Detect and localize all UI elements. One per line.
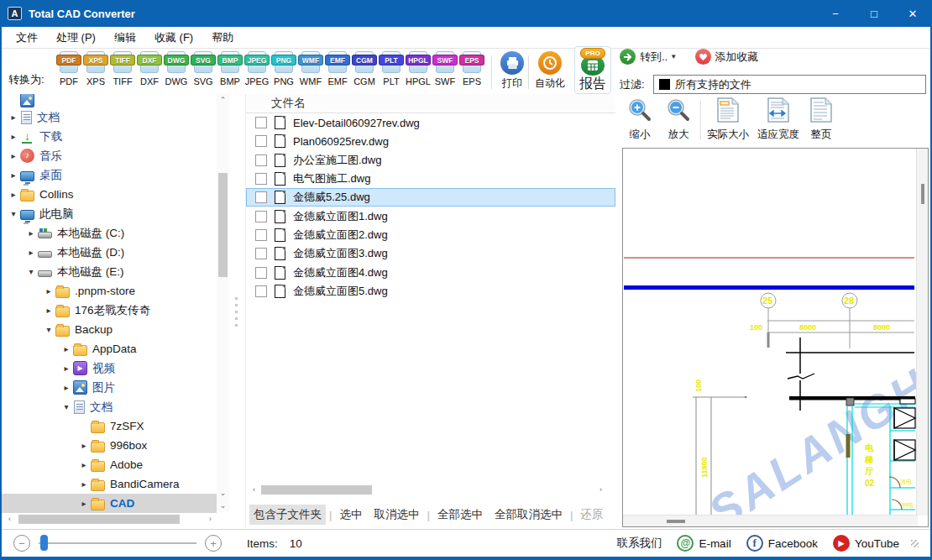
tree-item-Collins[interactable]: ▸Collins xyxy=(2,185,217,204)
format-button-emf[interactable]: EMFEMF xyxy=(324,50,351,86)
tree-vertical-scrollbar[interactable]: ⌃ ⌄ ⌄ xyxy=(217,94,229,512)
tree-item-partial[interactable] xyxy=(2,94,217,107)
tree-item-.pnpm-store[interactable]: ▸.pnpm-store xyxy=(2,281,217,301)
file-checkbox[interactable] xyxy=(255,248,267,259)
expander-icon[interactable]: ▸ xyxy=(44,306,54,315)
menu-favorites[interactable]: 收藏 (F) xyxy=(145,30,202,45)
tree-item-图片[interactable]: ▸图片 xyxy=(2,378,217,397)
zoom-out-button[interactable]: 缩小 xyxy=(626,97,653,142)
tree-item-AppData[interactable]: ▸AppData xyxy=(2,339,217,359)
file-row[interactable]: Plan060925rev.dwg xyxy=(246,132,615,150)
slider-thumb[interactable] xyxy=(40,535,48,551)
file-row[interactable]: Elev-Detail060927rev.dwg xyxy=(246,113,615,132)
expander-icon[interactable]: ▸ xyxy=(26,248,36,257)
expander-icon[interactable]: ▸ xyxy=(61,383,71,392)
expander-icon[interactable]: ▸ xyxy=(8,170,18,180)
footer-button-1[interactable]: 包含子文件夹 xyxy=(249,505,326,525)
format-button-cgm[interactable]: CGMCGM xyxy=(351,50,378,86)
expander-icon[interactable]: ▸ xyxy=(8,151,18,160)
expander-icon[interactable]: ▸ xyxy=(61,364,71,373)
panel-splitter[interactable] xyxy=(230,94,243,527)
menu-file[interactable]: 文件 xyxy=(7,30,47,45)
minimize-button[interactable]: − xyxy=(816,0,855,27)
format-button-dwg[interactable]: DWGDWG xyxy=(163,50,190,86)
resize-grip[interactable] xyxy=(911,540,919,547)
facebook-link[interactable]: f Facebook xyxy=(746,535,818,552)
tree-item-本地磁盘 (C:)[interactable]: ▸本地磁盘 (C:) xyxy=(2,223,217,243)
file-row[interactable]: 金德威5.25.dwg xyxy=(246,188,615,207)
expander-icon[interactable]: ▸ xyxy=(8,132,18,141)
goto-button[interactable]: 转到.. ▼ xyxy=(620,49,677,65)
expander-icon[interactable]: ▸ xyxy=(8,190,18,199)
expander-open-icon[interactable]: ▾ xyxy=(44,325,54,334)
preview-vertical-scrollbar[interactable] xyxy=(916,149,928,516)
file-list-horizontal-scrollbar[interactable]: ‹ › xyxy=(248,484,610,496)
tree-item-下载[interactable]: ▸↓下载 xyxy=(2,127,217,146)
tree-horizontal-scrollbar[interactable]: ‹ › xyxy=(3,513,217,526)
footer-button-4[interactable]: 全部选中 xyxy=(433,505,487,525)
format-button-tiff[interactable]: TIFFTIFF xyxy=(109,50,136,86)
expander-icon[interactable]: ▸ xyxy=(26,228,36,238)
file-checkbox[interactable] xyxy=(255,211,267,222)
file-row[interactable]: 金德威立面图3.dwg xyxy=(246,244,615,263)
expander-icon[interactable]: ▸ xyxy=(79,479,89,489)
format-button-hpgl[interactable]: HPGLHPGL xyxy=(405,50,432,86)
automate-button[interactable]: 自动化 xyxy=(531,51,569,91)
tree-item-此电脑[interactable]: ▾此电脑 xyxy=(2,204,217,223)
format-button-png[interactable]: PNGPNG xyxy=(270,50,297,86)
add-favorite-button[interactable]: 添加收藏 xyxy=(695,49,758,65)
thumbnail-zoom-out-button[interactable]: − xyxy=(13,535,30,552)
thumbnail-size-slider[interactable] xyxy=(39,542,196,544)
format-button-svg[interactable]: SVGSVG xyxy=(190,50,217,86)
tree-item-文档[interactable]: ▸文档 xyxy=(2,107,217,127)
expander-open-icon[interactable]: ▾ xyxy=(8,209,18,218)
file-checkbox[interactable] xyxy=(255,267,267,279)
expander-open-icon[interactable]: ▾ xyxy=(61,402,71,411)
file-checkbox[interactable] xyxy=(255,117,267,128)
footer-button-3[interactable]: 取消选中 xyxy=(370,505,424,525)
format-button-xps[interactable]: XPSXPS xyxy=(82,50,109,86)
whole-page-button[interactable]: 整页 xyxy=(806,97,836,142)
report-button[interactable]: PRO 报告 xyxy=(574,46,611,94)
email-link[interactable]: @ E-mail xyxy=(677,535,730,552)
file-row[interactable]: 金德威立面图5.dwg xyxy=(246,282,615,301)
file-row[interactable]: 电气图施工.dwg xyxy=(246,170,615,188)
file-checkbox[interactable] xyxy=(255,191,267,203)
tree-item-CAD[interactable]: ▸CAD xyxy=(2,494,217,513)
tree-item-本地磁盘 (D:)[interactable]: ▸本地磁盘 (D:) xyxy=(2,243,217,262)
format-button-swf[interactable]: SWFSWF xyxy=(432,50,458,86)
format-button-jpeg[interactable]: JPEGJPEG xyxy=(243,50,270,86)
format-button-plt[interactable]: PLTPLT xyxy=(378,50,405,86)
close-button[interactable]: ✕ xyxy=(893,0,932,27)
youtube-link[interactable]: ▶ YouTube xyxy=(833,535,899,552)
print-button[interactable]: 打印 xyxy=(493,51,531,91)
tree-item-文档[interactable]: ▾文档 xyxy=(2,397,217,416)
file-row[interactable]: 金德威立面图4.dwg xyxy=(246,263,615,281)
expander-icon[interactable]: ▸ xyxy=(44,286,54,296)
expander-open-icon[interactable]: ▾ xyxy=(26,267,36,276)
tree-item-7zSFX[interactable]: 7zSFX xyxy=(2,416,217,436)
contact-us-link[interactable]: 联系我们 xyxy=(616,536,662,551)
tree-item-音乐[interactable]: ▸♪音乐 xyxy=(2,146,217,165)
file-row[interactable]: 金德威立面图2.dwg xyxy=(246,226,615,244)
footer-button-2[interactable]: 选中 xyxy=(336,505,367,525)
format-button-dxf[interactable]: DXFDXF xyxy=(136,50,163,86)
fit-width-button[interactable]: 适应宽度 xyxy=(754,97,803,142)
zoom-in-button[interactable]: 放大 xyxy=(665,97,692,142)
menu-help[interactable]: 帮助 xyxy=(202,30,243,45)
tree-item-本地磁盘 (E:)[interactable]: ▾本地磁盘 (E:) xyxy=(2,262,217,281)
tree-item-996box[interactable]: ▸996box xyxy=(2,436,217,455)
tree-item-176老戰友传奇[interactable]: ▸176老戰友传奇 xyxy=(2,301,217,320)
file-checkbox[interactable] xyxy=(255,229,267,241)
tree-item-Backup[interactable]: ▾Backup xyxy=(2,320,217,339)
tree-item-桌面[interactable]: ▸桌面 xyxy=(2,165,217,185)
file-list-header[interactable]: 文件名 xyxy=(246,94,615,113)
thumbnail-zoom-in-button[interactable]: + xyxy=(205,535,222,552)
file-checkbox[interactable] xyxy=(255,173,267,185)
expander-icon[interactable]: ▸ xyxy=(79,441,89,450)
format-button-wmf[interactable]: WMFWMF xyxy=(297,50,324,86)
menu-edit[interactable]: 编辑 xyxy=(105,30,145,45)
expander-icon[interactable]: ▸ xyxy=(61,344,71,353)
tree-item-Adobe[interactable]: ▸Adobe xyxy=(2,455,217,474)
maximize-button[interactable]: □ xyxy=(855,0,893,27)
